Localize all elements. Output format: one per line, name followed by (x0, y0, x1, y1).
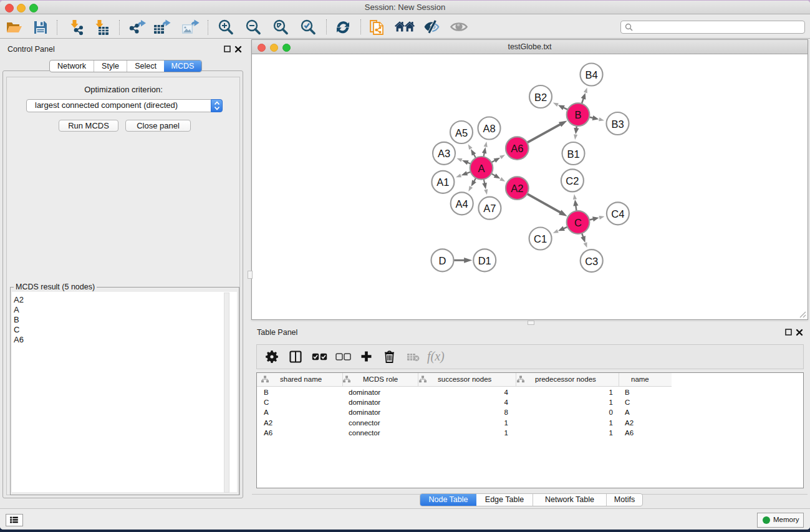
svg-text:C4: C4 (611, 208, 624, 220)
svg-text:A3: A3 (438, 148, 450, 159)
svg-text:B1: B1 (567, 148, 579, 160)
svg-text:A8: A8 (483, 123, 495, 134)
svg-text:A: A (478, 163, 485, 174)
svg-text:C: C (574, 217, 582, 228)
svg-text:B: B (574, 109, 581, 120)
svg-text:B2: B2 (534, 92, 547, 103)
svg-text:D1: D1 (478, 255, 491, 266)
svg-text:A7: A7 (483, 203, 496, 214)
svg-text:B4: B4 (585, 69, 597, 80)
svg-text:A4: A4 (456, 198, 468, 210)
svg-text:A2: A2 (511, 183, 523, 194)
svg-text:C3: C3 (585, 256, 598, 267)
svg-text:A6: A6 (511, 143, 523, 154)
svg-text:B3: B3 (611, 118, 624, 130)
svg-text:C2: C2 (566, 175, 579, 186)
svg-text:C1: C1 (534, 233, 547, 244)
svg-text:A5: A5 (455, 127, 468, 138)
svg-text:D: D (439, 255, 446, 266)
svg-text:A1: A1 (436, 177, 449, 188)
